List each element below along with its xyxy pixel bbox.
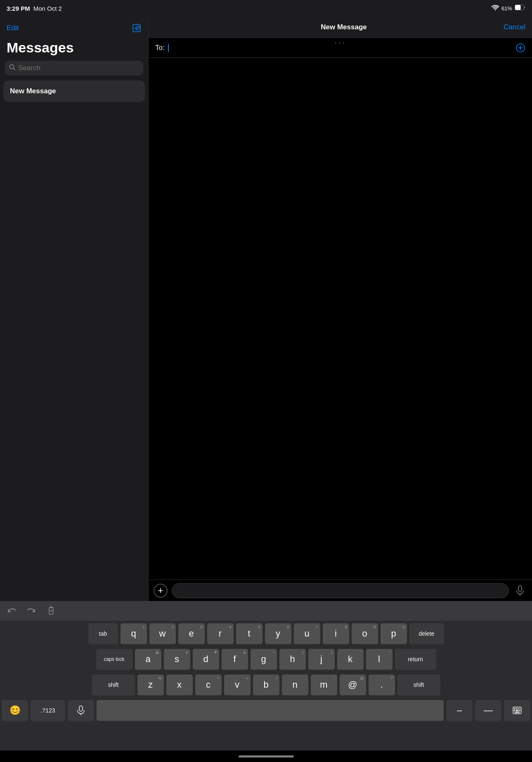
three-dots-icon: ··· [335, 38, 346, 47]
key-i[interactable]: 8i [323, 623, 349, 645]
key-space[interactable] [97, 700, 378, 722]
key-period[interactable]: ?. [369, 674, 378, 696]
key-caps-lock[interactable]: caps lock [96, 649, 132, 670]
keyboard-rows: tab 1q 2w 3e 4r 5t 6y 7u 8i 9o 0p delete… [0, 621, 378, 750]
keyboard-row-1: tab 1q 2w 3e 4r 5t 6y 7u 8i 9o 0p delete [2, 623, 378, 645]
search-icon [9, 64, 16, 72]
search-bar[interactable] [5, 61, 143, 76]
svg-rect-7 [49, 608, 53, 614]
key-shift-left[interactable]: shift [92, 674, 135, 696]
status-bar: 3:29 PM Mon Oct 2 61% [0, 0, 378, 17]
key-k[interactable]: 'k [337, 649, 364, 670]
key-e[interactable]: 3e [178, 623, 205, 645]
keyboard: tab 1q 2w 3e 4r 5t 6y 7u 8i 9o 0p delete… [0, 601, 378, 750]
sidebar-title: Messages [0, 38, 148, 61]
message-input[interactable] [172, 583, 378, 598]
message-toolbar: + [149, 580, 378, 601]
key-j[interactable]: )j [308, 649, 335, 670]
key-o[interactable]: 9o [352, 623, 378, 645]
home-indicator [0, 750, 378, 762]
keyboard-row-2: caps lock @a #s ₱d &f *g (h )j 'k "l ret… [2, 649, 378, 670]
keyboard-row-3: shift %z -x +c =v /b ,n ;m @@ ?. shift [2, 674, 378, 696]
status-date: Mon Oct 2 [33, 5, 62, 12]
keyboard-row-4: 😊 .?123 – — [2, 700, 378, 722]
key-g[interactable]: *g [251, 649, 277, 670]
key-dictation[interactable] [68, 700, 94, 722]
edit-button[interactable]: Edit [7, 24, 19, 32]
keyboard-toolbar [0, 601, 378, 621]
key-m[interactable]: ;m [311, 674, 337, 696]
compose-panel: New Message Cancel To: + [149, 17, 378, 601]
clipboard-button[interactable] [46, 606, 56, 616]
key-f[interactable]: &f [222, 649, 248, 670]
undo-button[interactable] [7, 606, 17, 616]
sidebar: Edit Messages [0, 17, 149, 601]
key-q[interactable]: 1q [121, 623, 147, 645]
key-at[interactable]: @@ [340, 674, 366, 696]
three-dots-bar: ··· [149, 36, 378, 49]
key-s[interactable]: #s [164, 649, 190, 670]
status-time: 3:29 PM [7, 5, 30, 12]
message-list: New Message [0, 80, 148, 601]
key-numpad[interactable]: .?123 [31, 700, 65, 722]
key-tab[interactable]: tab [88, 623, 118, 645]
key-h[interactable]: (h [279, 649, 306, 670]
svg-rect-10 [79, 706, 83, 711]
sidebar-header: Edit [0, 17, 148, 38]
key-y[interactable]: 6y [265, 623, 291, 645]
key-a[interactable]: @a [135, 649, 161, 670]
key-l[interactable]: "l [366, 649, 378, 670]
key-b[interactable]: /b [253, 674, 279, 696]
message-item-title: New Message [10, 87, 138, 95]
compose-icon[interactable] [132, 23, 142, 33]
key-c[interactable]: +c [195, 674, 222, 696]
main-layout: ··· Edit Messages [0, 17, 378, 762]
message-body[interactable] [149, 58, 378, 580]
key-n[interactable]: ,n [282, 674, 308, 696]
key-r[interactable]: 4r [207, 623, 234, 645]
key-t[interactable]: 5t [236, 623, 262, 645]
key-z[interactable]: %z [137, 674, 164, 696]
key-x[interactable]: -x [166, 674, 193, 696]
compose-title: New Message [321, 23, 367, 31]
compose-header: New Message Cancel [149, 17, 378, 38]
redo-button[interactable] [26, 606, 36, 616]
key-u[interactable]: 7u [294, 623, 320, 645]
home-bar [239, 755, 294, 757]
key-w[interactable]: 2w [149, 623, 176, 645]
key-d[interactable]: ₱d [193, 649, 219, 670]
search-input[interactable] [18, 64, 139, 72]
list-item[interactable]: New Message [3, 80, 145, 102]
key-v[interactable]: =v [224, 674, 251, 696]
plus-button[interactable]: + [154, 584, 168, 598]
content-area: Edit Messages [0, 17, 378, 601]
key-emoji[interactable]: 😊 [2, 700, 28, 722]
